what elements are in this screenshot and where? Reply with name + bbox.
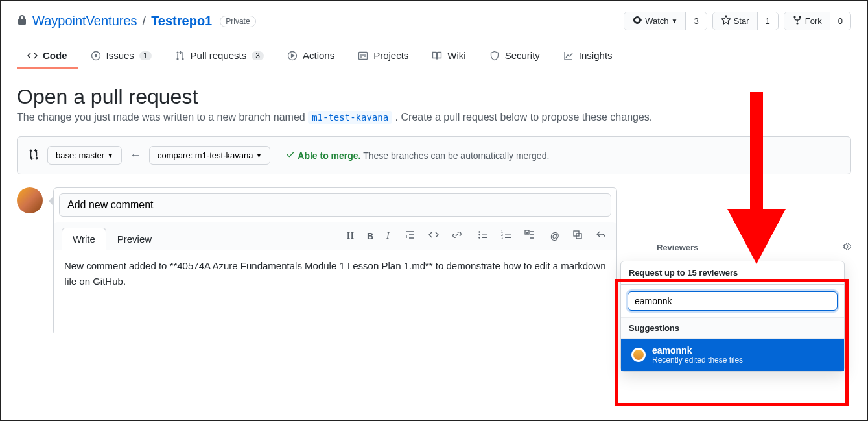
- lock-icon: [17, 14, 27, 29]
- svg-point-12: [478, 231, 480, 232]
- branch-name-badge: m1-test-kavana: [308, 111, 392, 124]
- suggestion-name: eamonnk: [652, 345, 743, 355]
- subtitle-post: . Create a pull request below to propose…: [395, 112, 653, 123]
- chevron-down-icon: ▼: [255, 152, 262, 159]
- tab-security[interactable]: Security: [479, 43, 550, 69]
- subtitle-pre: The change you just made was written to …: [17, 112, 308, 123]
- project-icon: [358, 51, 368, 61]
- list-ul-icon[interactable]: [475, 227, 491, 245]
- eye-icon: [632, 15, 642, 27]
- watch-button[interactable]: Watch ▼: [624, 12, 685, 30]
- svg-point-0: [793, 16, 795, 18]
- play-icon: [287, 51, 298, 61]
- suggestion-eamonnk[interactable]: eamonnk Recently edited these files: [621, 339, 844, 371]
- git-compare-icon: [28, 149, 40, 162]
- code-icon: [27, 51, 38, 61]
- tab-security-label: Security: [505, 50, 540, 61]
- reviewer-search-input[interactable]: [628, 291, 838, 311]
- svg-point-7: [182, 58, 183, 60]
- shield-icon: [489, 51, 500, 61]
- base-branch-label: base: master: [56, 150, 104, 160]
- fork-label: Fork: [805, 16, 822, 26]
- preview-tab[interactable]: Preview: [106, 228, 163, 250]
- fork-button[interactable]: Fork: [784, 12, 830, 30]
- tab-pulls-label: Pull requests: [191, 50, 247, 61]
- svg-text:3: 3: [501, 236, 503, 240]
- svg-point-5: [176, 51, 178, 53]
- compare-branch-button[interactable]: compare: m1-test-kavana ▼: [149, 146, 270, 165]
- watch-count[interactable]: 3: [685, 12, 706, 30]
- tasklist-icon[interactable]: [522, 227, 537, 245]
- watch-label: Watch: [645, 16, 668, 26]
- merge-status-label: Able to merge.: [298, 150, 360, 161]
- issue-icon: [91, 51, 101, 61]
- quote-icon[interactable]: [403, 227, 418, 245]
- tab-actions[interactable]: Actions: [277, 43, 345, 69]
- tab-pulls[interactable]: Pull requests 3: [165, 43, 274, 69]
- star-button[interactable]: Star: [713, 12, 757, 30]
- compare-bar: base: master ▼ ← compare: m1-test-kavana…: [17, 136, 851, 174]
- pr-title-input[interactable]: [59, 193, 611, 217]
- comment-box: Write Preview H B I: [53, 187, 617, 335]
- heading-icon[interactable]: H: [344, 228, 357, 244]
- base-branch-button[interactable]: base: master ▼: [47, 146, 122, 165]
- code-icon[interactable]: [426, 227, 441, 245]
- italic-icon[interactable]: I: [384, 228, 392, 244]
- reviewers-label: Reviewers: [657, 243, 698, 252]
- git-pull-icon: [175, 51, 185, 61]
- fork-count[interactable]: 0: [830, 12, 850, 30]
- reference-icon[interactable]: [570, 227, 585, 245]
- star-count[interactable]: 1: [757, 12, 778, 30]
- write-tab[interactable]: Write: [62, 228, 106, 250]
- chevron-down-icon: ▼: [672, 18, 678, 25]
- path-separator: /: [143, 14, 147, 29]
- reply-icon[interactable]: [593, 227, 609, 245]
- tab-insights-label: Insights: [579, 50, 613, 61]
- check-icon: [286, 150, 298, 161]
- book-icon: [432, 51, 442, 61]
- merge-status: Able to merge. These branches can be aut…: [286, 150, 549, 161]
- compare-branch-label: compare: m1-test-kavana: [158, 150, 253, 160]
- visibility-badge: Private: [220, 16, 255, 27]
- repo-nav: Code Issues 1 Pull requests 3 Actions Pr…: [1, 43, 867, 69]
- tab-code[interactable]: Code: [17, 43, 78, 69]
- merge-detail-text: These branches can be automatically merg…: [363, 150, 549, 161]
- chevron-down-icon: ▼: [107, 152, 113, 159]
- link-icon[interactable]: [449, 227, 465, 245]
- fork-icon: [792, 15, 803, 27]
- user-avatar[interactable]: [17, 187, 43, 213]
- pr-body-text[interactable]: New comment added to **40574A Azure Fund…: [54, 250, 616, 335]
- tab-projects[interactable]: Projects: [347, 43, 419, 69]
- list-ol-icon[interactable]: 123: [499, 227, 514, 245]
- tab-issues-label: Issues: [106, 50, 134, 61]
- svg-point-14: [478, 237, 480, 238]
- tab-insights[interactable]: Insights: [553, 43, 623, 69]
- svg-point-11: [36, 157, 38, 160]
- gear-icon[interactable]: [841, 241, 851, 254]
- tab-issues[interactable]: Issues 1: [80, 43, 162, 69]
- svg-point-4: [95, 54, 97, 56]
- sidebar-reviewers[interactable]: Reviewers: [657, 235, 851, 260]
- tab-code-label: Code: [43, 50, 67, 61]
- svg-point-1: [799, 16, 801, 18]
- svg-point-10: [30, 150, 32, 152]
- bold-icon[interactable]: B: [364, 228, 376, 244]
- repo-name-link[interactable]: Testrepo1: [151, 14, 212, 29]
- popup-header: Request up to 15 reviewers: [621, 261, 844, 285]
- suggestion-avatar: [631, 348, 646, 362]
- tab-wiki-label: Wiki: [447, 50, 465, 61]
- tab-actions-label: Actions: [303, 50, 334, 61]
- suggestion-subtext: Recently edited these files: [652, 355, 743, 365]
- tab-wiki[interactable]: Wiki: [421, 43, 476, 69]
- mention-icon[interactable]: @: [548, 228, 562, 244]
- suggestions-header: Suggestions: [621, 317, 844, 339]
- tab-projects-label: Projects: [373, 50, 408, 61]
- star-label: Star: [734, 16, 749, 26]
- page-subtitle: The change you just made was written to …: [17, 112, 851, 123]
- page-title: Open a pull request: [17, 85, 851, 109]
- graph-icon: [563, 51, 574, 61]
- repo-path: WaypointVentures / Testrepo1 Private: [17, 14, 256, 29]
- star-icon: [721, 15, 731, 27]
- repo-owner-link[interactable]: WaypointVentures: [32, 14, 137, 29]
- issues-count: 1: [139, 51, 152, 60]
